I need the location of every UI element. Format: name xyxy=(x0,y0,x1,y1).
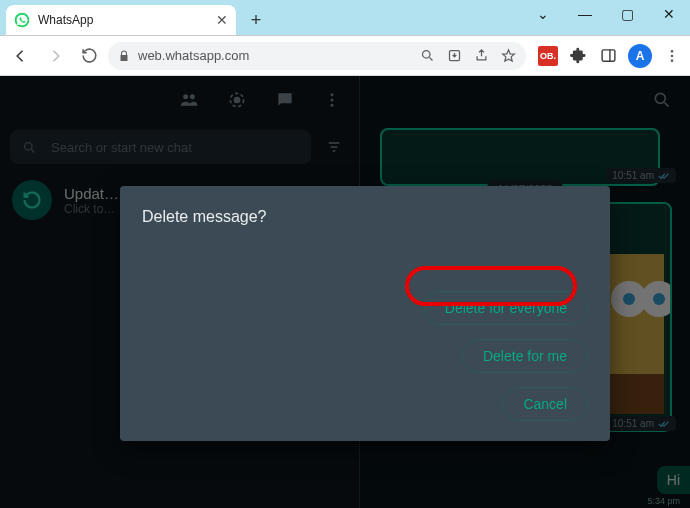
urlbar-install-icon[interactable] xyxy=(447,48,462,63)
url-text: web.whatsapp.com xyxy=(138,48,249,63)
urlbar-bookmark-icon[interactable] xyxy=(501,48,516,63)
urlbar-search-icon[interactable] xyxy=(420,48,435,63)
app-viewport: Search or start new chat Updat… Click to… xyxy=(0,76,690,508)
urlbar-share-icon[interactable] xyxy=(474,48,489,63)
svg-point-4 xyxy=(671,50,674,53)
tab-title: WhatsApp xyxy=(38,13,208,27)
delete-for-everyone-button[interactable]: Delete for everyone xyxy=(424,291,588,325)
window-controls: ⌄ — ▢ ✕ xyxy=(522,0,690,28)
nav-reload-button[interactable] xyxy=(74,41,104,71)
chrome-menu-icon[interactable] xyxy=(662,46,682,66)
window-maximize-icon[interactable]: ▢ xyxy=(606,0,648,28)
address-bar[interactable]: web.whatsapp.com xyxy=(108,42,526,70)
browser-toolbar: web.whatsapp.com OB. A xyxy=(0,36,690,76)
extensions-menu-icon[interactable] xyxy=(568,46,588,66)
svg-point-6 xyxy=(671,59,674,62)
window-minimize-icon[interactable]: — xyxy=(564,0,606,28)
window-chevron-icon[interactable]: ⌄ xyxy=(522,0,564,28)
svg-point-1 xyxy=(423,51,431,59)
extension-ob-icon[interactable]: OB. xyxy=(538,46,558,66)
browser-tab[interactable]: WhatsApp ✕ xyxy=(6,5,236,35)
delete-for-me-button[interactable]: Delete for me xyxy=(462,339,588,373)
cancel-button[interactable]: Cancel xyxy=(502,387,588,421)
nav-forward-button[interactable] xyxy=(40,41,70,71)
profile-avatar[interactable]: A xyxy=(628,44,652,68)
window-title-bar: WhatsApp ✕ + ⌄ — ▢ ✕ xyxy=(0,0,690,36)
delete-message-dialog: Delete message? Delete for everyone Dele… xyxy=(120,186,610,441)
nav-back-button[interactable] xyxy=(6,41,36,71)
tab-close-icon[interactable]: ✕ xyxy=(216,12,228,28)
dialog-title: Delete message? xyxy=(142,208,588,226)
whatsapp-favicon-icon xyxy=(14,12,30,28)
lock-icon xyxy=(118,50,130,62)
new-tab-button[interactable]: + xyxy=(242,6,270,34)
window-close-icon[interactable]: ✕ xyxy=(648,0,690,28)
svg-point-5 xyxy=(671,54,674,57)
svg-rect-3 xyxy=(602,50,615,61)
side-panel-icon[interactable] xyxy=(598,46,618,66)
